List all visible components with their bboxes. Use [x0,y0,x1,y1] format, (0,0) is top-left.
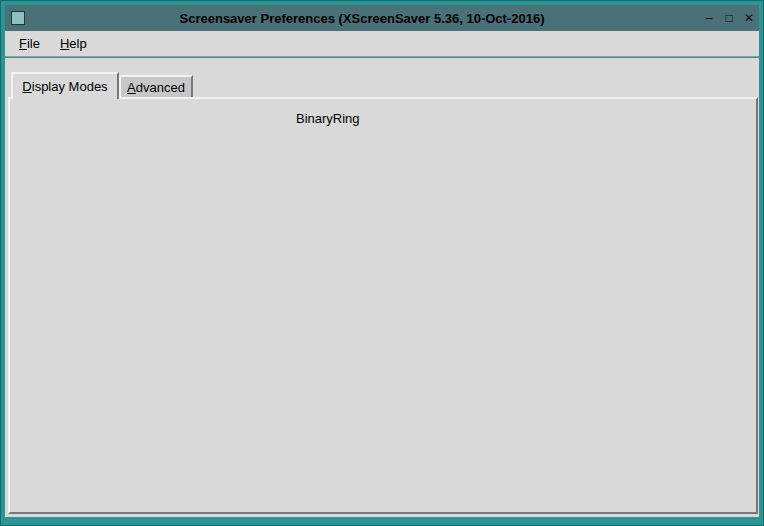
tab-advanced[interactable]: Advanced [119,75,193,98]
close-button[interactable]: ✕ [739,8,759,28]
window-title: Screensaver Preferences (XScreenSaver 5.… [25,11,699,26]
menu-file[interactable]: File [11,33,48,54]
window-icon [11,11,25,25]
preview-frame-label: BinaryRing [292,111,364,126]
display-modes-panel [8,97,758,514]
titlebar[interactable]: Screensaver Preferences (XScreenSaver 5.… [5,5,759,31]
tab-display-modes[interactable]: Display Modes [11,72,119,99]
menu-help[interactable]: Help [52,33,95,54]
maximize-button[interactable]: □ [719,8,739,28]
tab-display-modes-label: Display Modes [22,79,107,94]
xscreensaver-window: Screensaver Preferences (XScreenSaver 5.… [0,0,764,526]
tab-advanced-label: Advanced [127,80,185,95]
minimize-button[interactable]: – [699,8,719,28]
menubar: File Help [5,31,759,57]
